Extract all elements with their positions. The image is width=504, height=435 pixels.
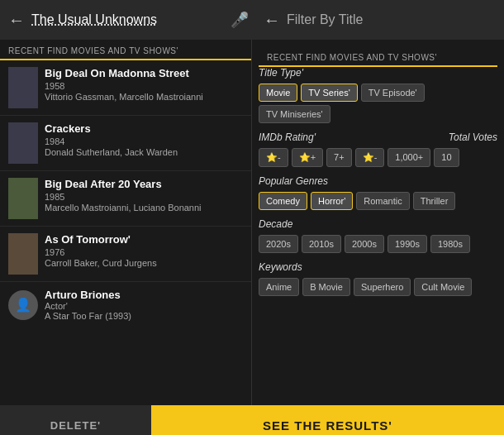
decade-tag[interactable]: 1990s (388, 235, 427, 253)
decade-section: Decade 2020s2010s2000s1990s1980s (259, 218, 497, 253)
movie-info: Big Deal On Madonna Street 1958 Vittorio… (45, 67, 243, 102)
genre-tag[interactable]: Thriller (413, 192, 456, 210)
movie-thumbnail (8, 122, 38, 164)
title-type-tag[interactable]: TV Episode' (361, 84, 425, 102)
top-bar-left: ← The Usual Unknowns 🎤 (8, 11, 249, 30)
person-avatar: 👤 (8, 290, 38, 320)
decades-tags: 2020s2010s2000s1990s1980s (259, 235, 497, 253)
movie-year: 1958 (45, 81, 243, 91)
filter-back-icon[interactable]: ← (264, 11, 280, 30)
keyword-tag[interactable]: Anime (259, 278, 299, 296)
person-movie: A Star Too Far (1993) (45, 311, 131, 321)
top-bar: ← The Usual Unknowns 🎤 ← Filter By Title (0, 0, 504, 40)
decade-tag[interactable]: 2010s (302, 235, 341, 253)
movies-list: Big Deal On Madonna Street 1958 Vittorio… (0, 60, 251, 282)
keywords-section: Keywords AnimeB MovieSuperheroCult Movie (259, 261, 497, 296)
person-item[interactable]: 👤 Arturo Briones Actor' A Star Too Far (… (0, 282, 251, 327)
genre-tag[interactable]: Comedy (259, 192, 307, 210)
movie-info: Big Deal After 20 Years 1985 Marcello Ma… (45, 178, 243, 213)
left-panel: RECENT FIND MOVIES AND TV SHOWS' Big Dea… (0, 40, 252, 405)
movie-year: 1976 (45, 247, 243, 257)
top-bar-right: ← Filter By Title (255, 11, 496, 30)
ratings-tags: ⭐-⭐+7+⭐-1,000+10 (259, 148, 497, 167)
genre-tag[interactable]: Horror' (311, 192, 353, 210)
movie-title: As Of Tomorrow' (45, 233, 243, 246)
keyword-tag[interactable]: Cult Movie (414, 278, 472, 296)
movie-item[interactable]: Crackers 1984 Donald Sutherland, Jack Wa… (0, 116, 251, 171)
filter-title: Filter By Title (287, 12, 363, 27)
app-title: The Usual Unknowns (31, 12, 157, 27)
movie-year: 1984 (45, 136, 243, 146)
total-votes-label: Total Votes (449, 131, 497, 143)
back-icon[interactable]: ← (8, 11, 25, 30)
genres-tags: ComedyHorror'RomanticThriller (259, 192, 497, 210)
decade-label: Decade (259, 218, 497, 230)
decade-tag[interactable]: 1980s (430, 235, 470, 253)
title-type-label: Title Type' (259, 67, 497, 79)
genres-label: Popular Genres (259, 175, 497, 187)
rating-tag[interactable]: 1,000+ (388, 148, 430, 167)
title-type-tags: MovieTV Series'TV Episode'TV Miniseries' (259, 84, 497, 123)
keyword-tag[interactable]: B Movie (302, 278, 350, 296)
movie-cast: Carroll Baker, Curd Jurgens (45, 258, 243, 268)
person-info: Arturo Briones Actor' A Star Too Far (19… (45, 289, 131, 321)
person-role: Actor' (45, 301, 131, 311)
movie-info: Crackers 1984 Donald Sutherland, Jack Wa… (45, 122, 243, 157)
see-results-button[interactable]: SEE THE RESULTS' (151, 405, 504, 435)
title-type-tag[interactable]: TV Miniseries' (259, 105, 330, 123)
right-panel: RECENT FIND MOVIES AND TV SHOWS' Title T… (252, 40, 504, 405)
bottom-action: DELETE' SEE THE RESULTS' (0, 405, 504, 435)
decade-tag[interactable]: 2000s (345, 235, 384, 253)
rating-tag[interactable]: 7+ (326, 148, 352, 167)
imdb-label: IMDb Rating' (259, 131, 316, 143)
movie-thumbnail (8, 67, 38, 108)
movie-title: Big Deal After 20 Years (45, 178, 243, 190)
movie-thumbnail (8, 178, 38, 219)
person-name: Arturo Briones (45, 289, 131, 301)
genres-section: Popular Genres ComedyHorror'RomanticThri… (259, 175, 497, 210)
keywords-label: Keywords (259, 261, 497, 273)
rating-tag[interactable]: ⭐+ (292, 148, 323, 167)
keywords-tags: AnimeB MovieSuperheroCult Movie (259, 278, 497, 296)
movie-cast: Vittorio Gassman, Marcello Mastroianni (45, 92, 243, 102)
rating-tag[interactable]: 10 (434, 148, 459, 167)
title-type-section: Title Type' MovieTV Series'TV Episode'TV… (259, 67, 497, 123)
decade-tag[interactable]: 2020s (259, 235, 298, 253)
title-type-tag[interactable]: TV Series' (301, 84, 357, 102)
main-content: RECENT FIND MOVIES AND TV SHOWS' Big Dea… (0, 40, 504, 405)
keyword-tag[interactable]: Superhero (354, 278, 411, 296)
rating-tag[interactable]: ⭐- (355, 148, 385, 167)
left-section-header: RECENT FIND MOVIES AND TV SHOWS' (0, 40, 251, 60)
movie-item[interactable]: Big Deal After 20 Years 1985 Marcello Ma… (0, 171, 251, 227)
movie-year: 1985 (45, 192, 243, 202)
title-type-tag[interactable]: Movie (259, 84, 297, 102)
movie-cast: Donald Sutherland, Jack Warden (45, 147, 243, 157)
movie-thumbnail (8, 233, 38, 275)
right-section-header: RECENT FIND MOVIES AND TV SHOWS' (259, 46, 497, 67)
movie-info: As Of Tomorrow' 1976 Carroll Baker, Curd… (45, 233, 243, 268)
movie-title: Big Deal On Madonna Street (45, 67, 243, 79)
mic-icon[interactable]: 🎤 (231, 11, 249, 29)
imdb-section: IMDb Rating' Total Votes ⭐-⭐+7+⭐-1,000+1… (259, 131, 497, 167)
rating-tag[interactable]: ⭐- (259, 148, 288, 167)
delete-button[interactable]: DELETE' (0, 405, 151, 435)
movie-title: Crackers (45, 122, 243, 135)
genre-tag[interactable]: Romantic (356, 192, 409, 210)
movie-cast: Marcello Mastroianni, Luciano Bonanni (45, 203, 243, 213)
movie-item[interactable]: Big Deal On Madonna Street 1958 Vittorio… (0, 60, 251, 116)
movie-item[interactable]: As Of Tomorrow' 1976 Carroll Baker, Curd… (0, 227, 251, 282)
